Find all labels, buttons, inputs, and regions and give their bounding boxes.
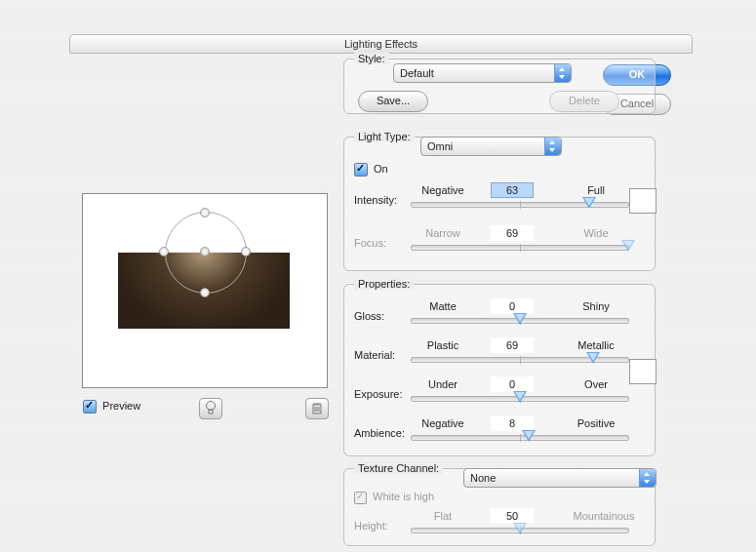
- style-group-label: Style:: [354, 53, 389, 64]
- gloss-input[interactable]: 0: [491, 298, 534, 314]
- properties-group: Properties: Gloss: Matte 0 Shiny Materia…: [343, 284, 656, 456]
- lightbulb-icon: [201, 399, 220, 416]
- light-handle-top-icon[interactable]: [200, 208, 210, 217]
- height-slider: [411, 528, 629, 533]
- delete-button: Delete: [549, 91, 619, 112]
- window-title: Lighting Effects: [344, 38, 418, 50]
- focus-right-label: Wide: [565, 227, 627, 239]
- popup-arrows-icon: [639, 469, 656, 487]
- trash-icon: [307, 399, 327, 416]
- exposure-slider[interactable]: [411, 396, 629, 402]
- exposure-right-label: Over: [565, 378, 627, 390]
- material-label: Material:: [354, 349, 395, 361]
- light-center-icon[interactable]: [200, 247, 210, 256]
- height-slider-thumb: [513, 523, 527, 536]
- light-type-label: Light Type:: [354, 131, 415, 142]
- light-handle-right-icon[interactable]: [241, 247, 251, 256]
- texture-channel-label: Texture Channel:: [354, 462, 443, 474]
- ambience-right-label: Positive: [565, 417, 627, 429]
- exposure-input[interactable]: 0: [491, 376, 534, 392]
- slider-tick-icon: [520, 434, 521, 442]
- style-popup[interactable]: Default: [393, 63, 572, 83]
- checkbox-checked-icon: [354, 163, 368, 177]
- light-type-popup[interactable]: Omni: [420, 137, 562, 156]
- light-handle-left-icon[interactable]: [159, 247, 169, 256]
- style-group: Style: Default Save... Delete: [343, 59, 656, 114]
- height-left-label: Flat: [411, 510, 475, 522]
- height-input: 50: [491, 508, 534, 524]
- texture-channel-group: Texture Channel: None White is high Heig…: [343, 468, 656, 546]
- exposure-left-label: Under: [411, 378, 475, 390]
- height-label: Height:: [354, 520, 388, 532]
- gloss-left-label: Matte: [411, 300, 475, 312]
- ambience-input[interactable]: 8: [491, 415, 534, 431]
- white-is-high-label: White is high: [373, 491, 434, 502]
- ambience-slider-thumb[interactable]: [522, 430, 536, 444]
- ambience-slider[interactable]: [411, 435, 629, 441]
- popup-arrows-icon: [544, 138, 561, 155]
- light-handle-bottom-icon[interactable]: [200, 288, 210, 297]
- intensity-right-label: Full: [565, 184, 627, 196]
- delete-button-label: Delete: [569, 95, 600, 106]
- light-on-label: On: [374, 163, 388, 175]
- popup-arrows-icon: [554, 64, 571, 82]
- intensity-left-label: Negative: [411, 184, 475, 196]
- light-on-checkbox[interactable]: On: [354, 163, 388, 177]
- save-button-label: Save...: [377, 95, 410, 106]
- white-is-high-checkbox: White is high: [354, 491, 434, 504]
- checkbox-checked-dim-icon: [354, 492, 367, 504]
- light-color-swatch[interactable]: [629, 188, 657, 214]
- intensity-input[interactable]: 63: [491, 182, 534, 198]
- save-button[interactable]: Save...: [358, 91, 428, 112]
- style-popup-value: Default: [400, 67, 434, 79]
- properties-group-label: Properties:: [354, 278, 414, 290]
- material-slider-thumb[interactable]: [586, 352, 600, 366]
- light-type-popup-value: Omni: [427, 140, 453, 152]
- intensity-label: Intensity:: [354, 194, 397, 206]
- material-input[interactable]: 69: [491, 337, 534, 353]
- focus-input: 69: [491, 225, 534, 241]
- light-type-group: Light Type: Omni On Intensity: Negative …: [343, 137, 656, 271]
- new-light-button[interactable]: [199, 398, 222, 419]
- gloss-right-label: Shiny: [565, 300, 627, 312]
- exposure-label: Exposure:: [354, 388, 403, 400]
- intensity-slider-thumb[interactable]: [582, 197, 596, 211]
- slider-tick-icon: [520, 201, 521, 209]
- svg-point-0: [207, 402, 216, 411]
- window-titlebar: Lighting Effects: [69, 34, 693, 54]
- material-right-label: Metallic: [565, 339, 627, 351]
- delete-light-button[interactable]: [305, 398, 329, 419]
- gloss-slider[interactable]: [411, 318, 629, 324]
- focus-slider-thumb: [621, 240, 635, 254]
- preview-frame[interactable]: [82, 193, 328, 388]
- exposure-slider-thumb[interactable]: [513, 391, 527, 405]
- ambience-left-label: Negative: [411, 417, 475, 429]
- texture-channel-value: None: [470, 472, 496, 484]
- material-slider[interactable]: [411, 357, 629, 363]
- ambience-label: Ambience:: [354, 427, 405, 439]
- intensity-slider[interactable]: [411, 202, 629, 208]
- slider-tick-icon: [520, 356, 521, 364]
- focus-left-label: Narrow: [411, 227, 475, 239]
- focus-slider: [411, 245, 629, 251]
- preview-checkbox-label: Preview: [102, 400, 140, 412]
- slider-tick-icon: [520, 244, 521, 252]
- gloss-label: Gloss:: [354, 310, 384, 322]
- preview-checkbox[interactable]: Preview: [83, 400, 140, 414]
- gloss-slider-thumb[interactable]: [513, 313, 527, 327]
- checkbox-checked-icon: [83, 400, 97, 414]
- texture-channel-popup[interactable]: None: [463, 468, 657, 488]
- height-right-label: Mountainous: [565, 510, 643, 522]
- material-left-label: Plastic: [411, 339, 475, 351]
- focus-label: Focus:: [354, 237, 386, 249]
